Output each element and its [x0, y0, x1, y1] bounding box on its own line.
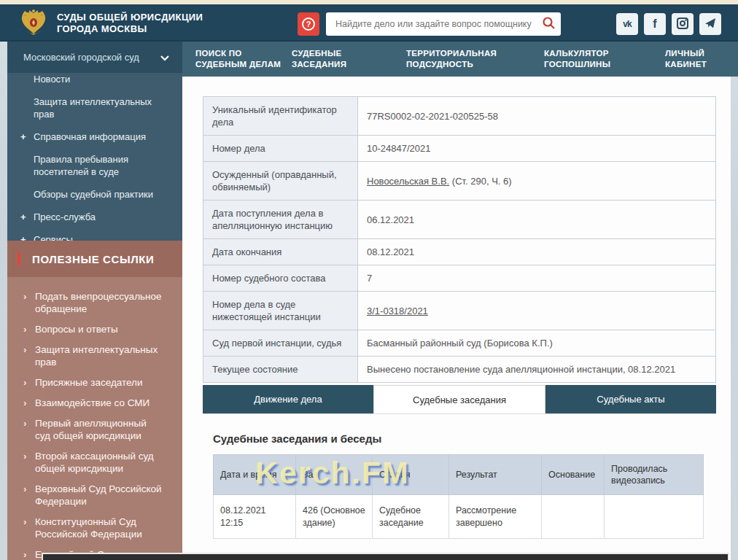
sidebar-item-ip-protection[interactable]: Защита интеллектуальных прав: [7, 90, 182, 125]
table-row: Осужденный (оправданный, обвиняемый) Нов…: [203, 162, 716, 201]
detail-label: Суд первой инстанции, судья: [203, 330, 358, 357]
useful-links-header: ПОЛЕЗНЫЕ ССЫЛКИ: [7, 241, 182, 277]
arrow-bullet-icon: ›: [23, 343, 35, 368]
vk-icon: vk: [623, 19, 631, 29]
expand-plus-icon: +: [20, 211, 34, 223]
nav-item-fee-calculator[interactable]: КАЛЬКУЛЯТОР ГОСПОШЛИНЫ: [544, 48, 624, 70]
table-row: Дата поступления дела в апелляционную ин…: [203, 201, 716, 239]
arrow-bullet-icon: ›: [23, 397, 35, 409]
defendant-link[interactable]: Новосельская В.В.: [367, 176, 449, 187]
expand-plus: [20, 73, 34, 85]
expand-plus: [20, 153, 34, 178]
detail-value: Новосельская В.В. (Ст. 290, Ч. 6): [358, 162, 716, 201]
nav-item-personal-account[interactable]: ЛИЧНЫЙ КАБИНЕТ: [665, 48, 723, 70]
site-title-line2: ГОРОДА МОСКВЫ: [57, 23, 203, 35]
link-second-cassation-court[interactable]: › Второй кассационный суд общей юрисдикц…: [7, 450, 182, 475]
arrow-bullet-icon: ›: [23, 450, 35, 475]
session-datetime: 08.12.2021 12:15: [214, 495, 296, 539]
telegram-icon: [704, 18, 716, 31]
vk-button[interactable]: vk: [616, 13, 638, 35]
expand-plus-icon: +: [20, 233, 34, 241]
tab-case-movement[interactable]: Движение дела: [203, 385, 373, 413]
useful-links-list: › Подать внепроцессуальное обращение › В…: [7, 277, 182, 560]
detail-label: Дата поступления дела в апелляционную ин…: [203, 201, 358, 239]
column-header: Стадия: [373, 455, 449, 495]
sessions-table: Дата и время Зал Стадия Результат Основа…: [213, 454, 704, 539]
sidebar-item-reference-info[interactable]: + Справочная информация: [7, 125, 182, 148]
facebook-button[interactable]: f: [644, 13, 666, 35]
expand-plus: [20, 188, 34, 201]
detail-value: 08.12.2021: [358, 239, 716, 265]
case-tabs: Движение дела Судебные заседания Судебны…: [203, 385, 716, 414]
arrow-bullet-icon: ›: [23, 483, 35, 508]
sessions-heading: Судебные заседания и беседы: [213, 432, 381, 445]
link-first-appellate-court[interactable]: › Первый апелляционный суд общей юрисдик…: [7, 417, 182, 442]
arrow-bullet-icon: ›: [23, 417, 35, 442]
main-nav: Московский городской суд ПОИСК ПО СУДЕБН…: [7, 42, 738, 77]
table-row: Уникальный идентификатор дела 77RS0002-0…: [203, 97, 716, 136]
nav-item-case-search[interactable]: ПОИСК ПО СУДЕБНЫМ ДЕЛАМ: [195, 48, 281, 70]
link-media-interaction[interactable]: › Взаимодействие со СМИ: [7, 397, 182, 409]
telegram-button[interactable]: [699, 13, 721, 35]
sidebar-item-press-service[interactable]: + Пресс-служба: [7, 206, 182, 228]
detail-label: Номер дела в суде нижестоящей инстанции: [203, 292, 358, 330]
sidebar-item-practice-reviews[interactable]: Обзоры судебной практики: [7, 183, 182, 206]
arrow-bullet-icon: ›: [23, 290, 35, 315]
court-selector-dropdown[interactable]: Московский городской суд: [7, 42, 182, 73]
link-constitutional-court[interactable]: › Конституционный Суд Российской Федерац…: [7, 516, 182, 540]
arrow-bullet-icon: ›: [23, 376, 35, 389]
red-accent-bar: [18, 252, 20, 265]
arrow-bullet-icon: ›: [23, 548, 35, 560]
detail-label: Текущее состояние: [203, 357, 358, 383]
search-icon: [542, 16, 556, 32]
nav-item-court-sessions[interactable]: СУДЕБНЫЕ ЗАСЕДАНИЯ: [292, 48, 359, 70]
link-ip-protection[interactable]: › Защита интеллектуальных прав: [7, 343, 182, 368]
session-video: [605, 495, 704, 539]
arrow-bullet-icon: ›: [23, 323, 35, 335]
coat-of-arms-logo: [19, 9, 48, 38]
detail-label: Дата окончания: [203, 239, 358, 265]
case-details-table: Уникальный идентификатор дела 77RS0002-0…: [203, 96, 716, 383]
court-selector-label: Московский городской суд: [23, 52, 160, 63]
detail-label: Уникальный идентификатор дела: [203, 97, 358, 136]
session-basis: [542, 495, 605, 539]
detail-value: 10-24847/2021: [358, 136, 716, 162]
search-button[interactable]: [536, 12, 561, 36]
arrow-bullet-icon: ›: [23, 516, 35, 540]
search-bar: [326, 12, 561, 36]
column-header: Проводилась видеозапись: [605, 455, 704, 495]
sidebar-item-services[interactable]: + Сервисы: [7, 228, 182, 241]
column-header: Зал: [296, 455, 373, 495]
detail-value: 77RS0002-02-2021-020525-58: [358, 97, 716, 136]
sidebar-item-news[interactable]: Новости: [7, 73, 182, 90]
link-extra-procedural-appeal[interactable]: › Подать внепроцессуальное обращение: [7, 290, 182, 315]
link-questions-answers[interactable]: › Вопросы и ответы: [7, 323, 182, 335]
search-input[interactable]: [326, 19, 536, 29]
link-supreme-court[interactable]: › Верховный Суд Российской Федерации: [7, 483, 182, 508]
column-header: Дата и время: [214, 455, 296, 495]
lower-court-case-link[interactable]: 3/1-0318/2021: [367, 306, 428, 316]
question-icon: ?: [302, 18, 315, 31]
detail-label: Номер дела: [203, 136, 358, 162]
facebook-icon: f: [653, 18, 656, 31]
detail-value: 06.12.2021: [358, 201, 716, 239]
instagram-button[interactable]: [672, 13, 694, 35]
sidebar-menu: Новости Защита интеллектуальных прав + С…: [7, 73, 182, 241]
tab-court-acts[interactable]: Судебные акты: [545, 385, 716, 413]
table-row: Дата окончания 08.12.2021: [203, 239, 716, 265]
link-jurors[interactable]: › Присяжные заседатели: [7, 376, 182, 389]
table-row: Суд первой инстанции, судья Басманный ра…: [203, 330, 716, 357]
table-row: Номер судебного состава 7: [203, 265, 716, 292]
session-result: Рассмотрение завершено: [449, 495, 542, 539]
session-stage: Судебное заседание: [373, 495, 449, 539]
detail-label: Осужденный (оправданный, обвиняемый): [203, 162, 358, 201]
nav-item-territorial-jurisdiction[interactable]: ТЕРРИТОРИАЛЬНАЯ ПОДСУДНОСТЬ: [406, 48, 508, 70]
instagram-icon: [677, 18, 688, 31]
expand-plus: [20, 96, 34, 120]
detail-value: 7: [358, 265, 716, 292]
tab-court-sessions[interactable]: Судебные заседания: [373, 385, 545, 413]
table-row: 08.12.2021 12:15 426 (Основное здание) С…: [214, 495, 704, 539]
sidebar-item-visitor-rules[interactable]: Правила пребывания посетителей в суде: [7, 148, 182, 183]
help-button[interactable]: ?: [298, 12, 319, 36]
bottom-overlay-bar: [42, 553, 729, 560]
